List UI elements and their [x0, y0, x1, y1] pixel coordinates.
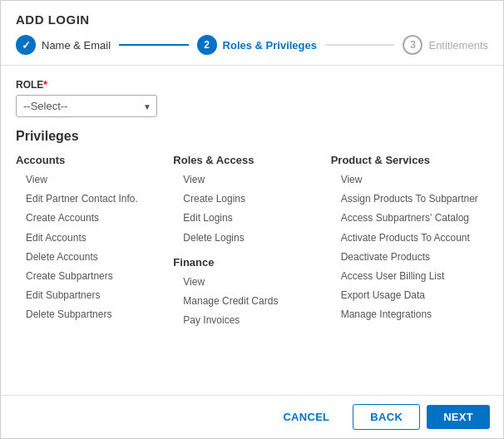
list-item: Edit Accounts [16, 229, 165, 248]
list-item: Manage Integrations [331, 305, 480, 324]
list-item: Create Accounts [16, 209, 165, 228]
step-2: 2 Roles & Privileges [197, 35, 317, 55]
list-item: Edit Logins [173, 209, 322, 228]
step-3-label: Entitlements [428, 39, 488, 52]
roles-access-section: Roles & Access View Create Logins Edit L… [173, 154, 322, 248]
step-3-circle: 3 [403, 35, 422, 55]
role-select-wrapper[interactable]: --Select-- ▼ [16, 95, 157, 117]
list-item: Delete Subpartners [16, 305, 165, 324]
list-item: Edit Subpartners [16, 286, 165, 305]
content-area: ROLE* --Select-- ▼ Privileges Accounts V… [1, 66, 503, 395]
list-item: Create Logins [173, 190, 322, 209]
list-item: Access Subpartners' Catalog [331, 209, 480, 228]
role-select[interactable]: --Select-- [16, 95, 157, 117]
step-2-circle: 2 [197, 35, 217, 55]
role-section: ROLE* --Select-- ▼ [16, 79, 488, 117]
stepper: ✓ Name & Email 2 Roles & Privileges 3 En… [1, 35, 503, 66]
list-item: Assign Products To Subpartner [331, 190, 480, 209]
list-item: View [331, 170, 480, 190]
privileges-grid: Accounts View Edit Partner Contact Info.… [16, 154, 488, 338]
list-item: Export Usage Data [331, 286, 480, 305]
step-2-number: 2 [204, 39, 210, 51]
next-button[interactable]: NEXT [427, 405, 490, 429]
step-3-number: 3 [410, 39, 416, 51]
add-login-dialog: ADD LOGIN ✓ Name & Email 2 Roles & Privi… [0, 0, 504, 439]
step-line-2 [325, 44, 394, 46]
privileges-title: Privileges [16, 129, 488, 144]
step-1: ✓ Name & Email [16, 35, 111, 55]
list-item: Delete Logins [173, 229, 322, 248]
priv-column-roles: Roles & Access View Create Logins Edit L… [173, 154, 330, 338]
list-item: Create Subpartners [16, 267, 165, 286]
cancel-button[interactable]: CANCEL [266, 405, 346, 429]
accounts-header: Accounts [16, 154, 165, 166]
step-1-circle: ✓ [16, 35, 36, 55]
list-item: View [173, 273, 322, 292]
list-item: Deactivate Products [331, 248, 480, 267]
products-header: Product & Services [331, 154, 480, 166]
dialog-title: ADD LOGIN [1, 1, 503, 35]
list-item: View [16, 170, 165, 190]
list-item: Manage Credit Cards [173, 292, 322, 311]
roles-access-header: Roles & Access [173, 154, 322, 166]
list-item: Activate Products To Account [331, 229, 480, 248]
title-text: ADD LOGIN [16, 12, 90, 27]
finance-section: Finance View Manage Credit Cards Pay Inv… [173, 256, 322, 331]
finance-header: Finance [173, 256, 322, 269]
step-line-1 [119, 44, 188, 46]
list-item: Delete Accounts [16, 248, 165, 267]
step-2-label: Roles & Privileges [223, 39, 317, 52]
footer: CANCEL BACK NEXT [1, 395, 503, 438]
list-item: Access User Billing List [331, 267, 480, 286]
checkmark-icon: ✓ [22, 39, 31, 52]
list-item: Pay Invoices [173, 311, 322, 330]
priv-column-accounts: Accounts View Edit Partner Contact Info.… [16, 154, 173, 338]
priv-column-products: Product & Services View Assign Products … [331, 154, 488, 338]
list-item: Edit Partner Contact Info. [16, 190, 165, 209]
list-item: View [173, 170, 322, 190]
role-label: ROLE* [16, 79, 488, 91]
back-button[interactable]: BACK [353, 404, 420, 430]
step-3: 3 Entitlements [403, 35, 488, 55]
step-1-label: Name & Email [42, 39, 111, 52]
